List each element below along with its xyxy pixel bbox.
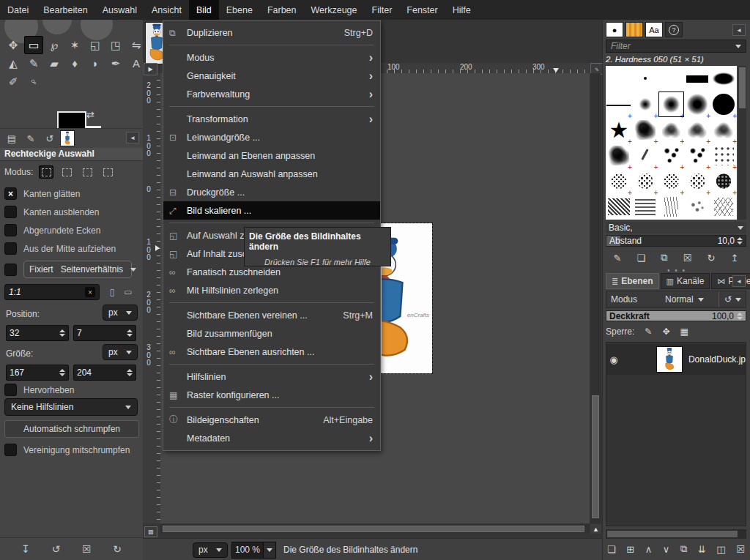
clear-icon[interactable]: × [85, 287, 95, 297]
add-layer-mask-icon[interactable]: ◫ [716, 544, 725, 555]
swap-colors-icon[interactable]: ⇄ [86, 109, 94, 120]
reset-tool-icon[interactable]: ↻ [113, 543, 122, 555]
tab-ebenen[interactable]: ≣Ebenen [606, 273, 659, 289]
lock-position-icon[interactable]: ✥ [662, 326, 669, 337]
menu-item[interactable]: ⤢Bild skalieren ... [163, 201, 380, 220]
undo-history-tab-icon[interactable]: ↺ [41, 131, 59, 146]
new-layer-group-icon[interactable]: ⊞ [626, 544, 634, 555]
menubar-item-werkzeuge[interactable]: Werkzeuge [304, 0, 365, 20]
merge-down-icon[interactable]: ⇊ [698, 544, 706, 555]
opacity-slider[interactable]: Deckkraft 100,0 [606, 310, 746, 321]
free-select-tool-icon[interactable]: ℘ [45, 36, 64, 54]
brush-item[interactable] [684, 143, 710, 168]
guides-dropdown[interactable]: Keine Hilfslinien [4, 398, 138, 416]
spinner-icons[interactable] [59, 369, 65, 376]
brush-item[interactable] [658, 66, 685, 92]
fuzzy-select-tool-icon[interactable]: ✶ [65, 36, 84, 54]
quickmask-toggle-icon[interactable]: ▩ [144, 526, 157, 537]
menubar-item-farben[interactable]: Farben [260, 0, 304, 20]
zoom-tool-icon[interactable]: ♀ [24, 72, 43, 91]
position-y-input[interactable]: 7 [73, 325, 136, 341]
menu-item[interactable]: ⊟Druckgröße ... [163, 183, 380, 201]
menu-item[interactable]: ∞Mit Hilfslinien zerlegen [163, 281, 380, 299]
menubar-item-datei[interactable]: Datei [0, 0, 36, 20]
menu-item[interactable]: ∞Sichtbare Ebenen ausrichten ... [163, 343, 380, 361]
duplicate-layer-icon[interactable]: ⧉ [680, 543, 687, 555]
image-thumbnail-tab[interactable] [60, 130, 75, 146]
menu-item[interactable]: Genauigkeit› [163, 67, 380, 85]
menu-item[interactable]: Bild zusammenfügen [163, 324, 380, 343]
brush-item[interactable] [684, 117, 710, 143]
raise-layer-icon[interactable]: ∧ [645, 544, 653, 555]
menu-item[interactable]: Hilfslinien› [163, 367, 380, 386]
scrollbar-thumb[interactable] [592, 395, 599, 518]
move-tool-icon[interactable]: ✥ [4, 36, 23, 54]
brush-item[interactable] [632, 194, 658, 220]
brush-item[interactable] [632, 117, 658, 143]
paintbrush-tool-icon[interactable]: ✎ [24, 54, 43, 72]
foreground-color-swatch[interactable] [57, 111, 86, 128]
layer-row[interactable]: ◉ DonaldDuck.jp [606, 344, 746, 375]
new-layer-icon[interactable]: ❏ [607, 544, 616, 555]
paths-tool-icon[interactable]: ✒ [106, 54, 125, 72]
menu-item[interactable]: Farbverwaltung› [163, 85, 380, 103]
text-tool-icon[interactable]: A [127, 54, 143, 72]
flip-tool-icon[interactable]: ⇋ [127, 36, 143, 54]
brush-item[interactable] [632, 92, 658, 117]
menu-item[interactable]: Leinwand an Auswahl anpassen [163, 165, 380, 183]
menubar-item-fenster[interactable]: Fenster [399, 0, 445, 20]
spinner-icons[interactable] [737, 237, 743, 244]
menubar-item-hilfe[interactable]: Hilfe [445, 0, 478, 20]
brush-item[interactable] [632, 143, 658, 168]
brush-item[interactable] [606, 92, 632, 117]
brush-item[interactable] [684, 66, 710, 92]
brush-item[interactable] [658, 92, 685, 117]
fonts-tab-icon[interactable]: Aa [645, 22, 663, 37]
spinner-icons[interactable] [737, 313, 743, 320]
brush-item[interactable] [632, 168, 658, 194]
brush-item[interactable] [606, 168, 632, 194]
mode-subtract-button[interactable] [80, 165, 94, 179]
portrait-icon[interactable]: ▯ [105, 285, 119, 299]
shrink-merged-checkbox[interactable] [4, 444, 17, 456]
navigation-icon[interactable]: ▲ [590, 524, 601, 534]
restore-preset-icon[interactable]: ↺ [51, 543, 60, 555]
menu-item[interactable]: ⧉DuplizierenStrg+D [163, 23, 380, 42]
brush-item[interactable] [684, 168, 710, 194]
brushes-tab-icon[interactable]: ● [606, 22, 623, 37]
menubar-item-auswahl[interactable]: Auswahl [95, 0, 144, 20]
menu-item[interactable]: Leinwand an Ebenen anpassen [163, 146, 380, 165]
fixed-checkbox[interactable] [4, 264, 17, 276]
statusbar-unit-dropdown[interactable]: px [193, 542, 228, 558]
menu-item[interactable]: ⊡Leinwandgröße ... [163, 128, 380, 146]
menubar-item-filter[interactable]: Filter [365, 0, 400, 20]
menubar-item-bearbeiten[interactable]: Bearbeiten [36, 0, 94, 20]
brush-item[interactable] [684, 194, 710, 220]
dock-splitter-handle[interactable]: • • • [603, 267, 750, 273]
checkbox[interactable] [4, 206, 17, 218]
open-brush-icon[interactable]: ↥ [731, 253, 739, 264]
scrollbar-thumb[interactable] [163, 526, 584, 532]
scrollbar-thumb[interactable] [607, 531, 738, 537]
spinner-icons[interactable] [127, 369, 133, 376]
fixed-aspect-dropdown[interactable]: Fixiert Seitenverhältnis [23, 261, 132, 278]
highlight-checkbox[interactable] [4, 384, 17, 396]
landscape-icon[interactable]: ▭ [122, 285, 135, 299]
delete-layer-icon[interactable]: ☒ [736, 544, 745, 555]
layer-mode-reset-button[interactable]: ↺ [719, 291, 741, 307]
mode-intersect-button[interactable] [100, 165, 115, 179]
brush-spacing-slider[interactable]: Abstand 10,0 [606, 235, 746, 247]
brush-item[interactable] [710, 168, 737, 194]
brush-item[interactable] [658, 168, 685, 194]
menubar-item-bild[interactable]: Bild [189, 0, 219, 20]
brush-item[interactable] [606, 143, 632, 168]
lock-pixels-icon[interactable]: ✎ [645, 326, 652, 337]
rectangle-select-tool-icon[interactable]: ▭ [24, 36, 43, 54]
brush-item[interactable] [710, 194, 737, 220]
mode-add-button[interactable] [59, 165, 74, 179]
collapse-dock-icon[interactable]: ◄ [732, 24, 746, 36]
help-tab-icon[interactable]: ? [665, 22, 683, 37]
statusbar-zoom-dropdown[interactable] [264, 542, 276, 559]
tab-kanäle[interactable]: ▥Kanäle [661, 273, 710, 289]
brush-item[interactable] [632, 66, 658, 92]
